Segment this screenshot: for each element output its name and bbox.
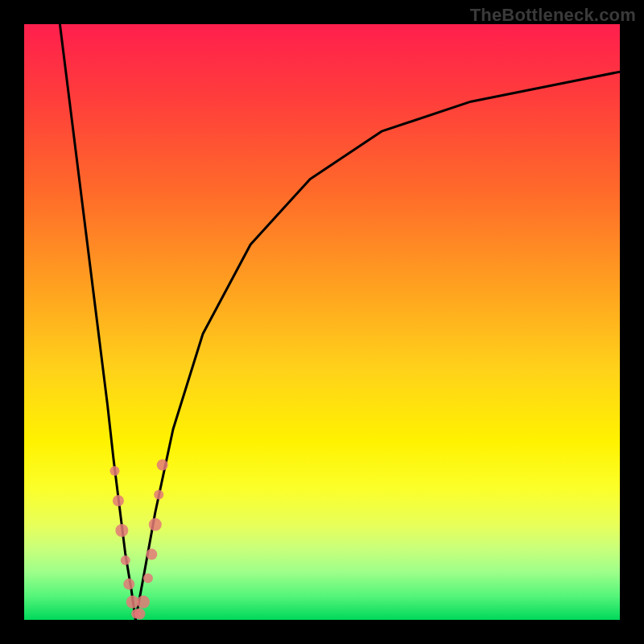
marker-dot — [157, 460, 168, 471]
marker-dot — [134, 609, 146, 620]
marker-dot — [143, 573, 153, 583]
curve-right-branch — [135, 72, 620, 620]
marker-dot — [113, 495, 124, 506]
marker-dot — [123, 579, 134, 590]
marker-dot — [146, 549, 157, 560]
chart-svg — [24, 24, 620, 620]
curve-group — [60, 24, 620, 620]
marker-dot — [109, 466, 119, 476]
marker-dot — [137, 596, 150, 609]
chart-frame: TheBottleneck.com — [0, 0, 644, 644]
marker-dot — [154, 490, 163, 500]
chart-plot-area — [24, 24, 620, 620]
marker-dot — [149, 518, 162, 531]
marker-dot — [121, 555, 130, 565]
attribution-watermark: TheBottleneck.com — [470, 5, 636, 26]
marker-dot — [115, 524, 128, 537]
